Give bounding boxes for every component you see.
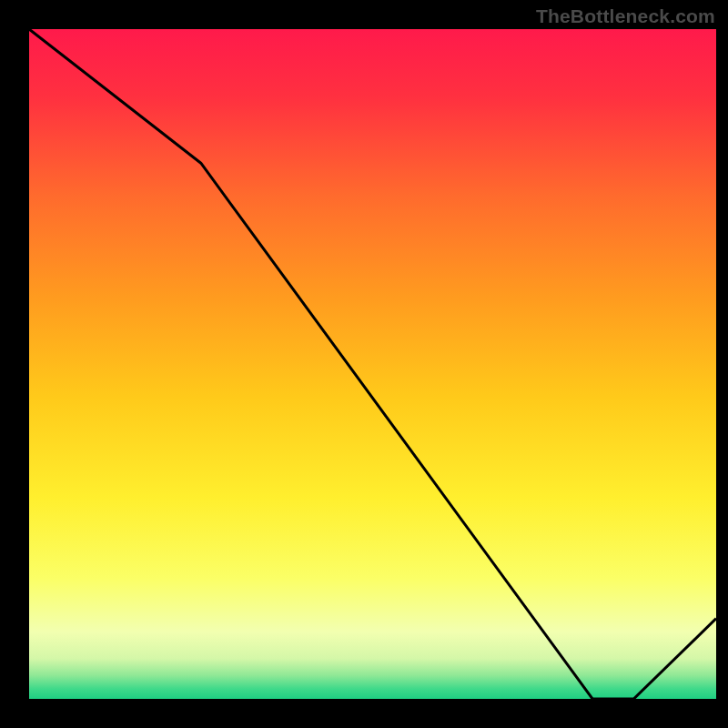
bottleneck-curve-line — [29, 29, 716, 699]
plot-area — [29, 29, 716, 699]
curve-layer — [29, 29, 716, 699]
watermark-label: TheBottleneck.com — [536, 5, 715, 27]
chart-frame: TheBottleneck.com — [0, 0, 728, 728]
